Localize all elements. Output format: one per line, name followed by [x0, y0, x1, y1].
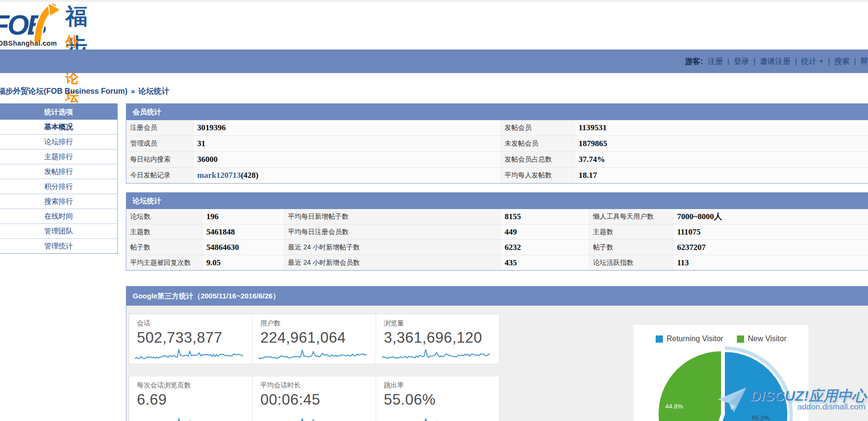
stat-label: 发帖会员占总数 — [501, 152, 575, 168]
ga-sparkline-chart — [258, 349, 367, 361]
sidebar-item-admin-stats[interactable]: 管理统计 — [0, 238, 117, 253]
main-navbar: 游客:注册|登录|邀请注册|统计▼|搜索|帮助 — [0, 50, 868, 73]
pie-label-returning: 55.2% — [752, 414, 770, 421]
nav-separator: | — [828, 57, 830, 65]
stat-label: 发帖会员 — [501, 120, 575, 136]
stat-value-text: (428) — [241, 171, 258, 180]
nav-link-register[interactable]: 注册 — [708, 57, 723, 65]
ga-sparkline-chart — [258, 418, 367, 421]
stat-value-text: 5461848 — [207, 227, 235, 236]
ga-sparkline-chart — [382, 349, 490, 361]
stat-value-text: 54864630 — [207, 243, 239, 252]
ga-metric-label: 每次会话浏览页数 — [137, 381, 245, 390]
stat-value: 3019396 — [193, 120, 501, 136]
stat-label: 最近 24 小时新增帖子数 — [284, 240, 501, 255]
stat-value-text: 6232 — [505, 243, 521, 252]
breadcrumb-current: 论坛统计 — [138, 87, 169, 95]
stats-row: 今日发帖记录mark120713(428)平均每人发帖数18.17 — [126, 168, 868, 184]
pie-label-new: 44.8% — [665, 403, 683, 410]
sidebar-item-credit-ranking[interactable]: 积分排行 — [0, 179, 117, 194]
stat-value: 7000~8000人 — [673, 209, 868, 224]
pie-legend: Returning VisitorNew Visitor — [634, 325, 808, 343]
stat-value-text: 111075 — [677, 227, 701, 236]
user-link[interactable]: mark120713 — [197, 171, 241, 180]
stats-row: 管理成员31未发帖会员1879865 — [126, 136, 868, 152]
ga-metric-card: 每次会话浏览页数6.69 — [129, 376, 253, 421]
stat-value-text: 7000~8000人 — [677, 212, 722, 221]
sidebar-item-forum-ranking[interactable]: 论坛排行 — [0, 134, 117, 149]
sidebar-item-post-ranking[interactable]: 发帖排行 — [0, 164, 117, 179]
sidebar-item-online-time[interactable]: 在线时间 — [0, 209, 117, 223]
stat-value: 113 — [673, 255, 868, 271]
member-stats-panel: 会员统计 注册会员3019396发帖会员1139531管理成员31未发帖会员18… — [126, 103, 868, 184]
stat-value: 1139531 — [575, 120, 868, 136]
nav-link-help[interactable]: 帮助 — [860, 57, 868, 65]
stat-value: 18.17 — [575, 168, 868, 184]
ga-metric-value: 6.69 — [137, 391, 245, 409]
legend-swatch — [656, 335, 663, 343]
stat-value-text: 37.74% — [579, 155, 605, 164]
stat-label: 平均主题被回复次数 — [126, 255, 202, 271]
sidebar-item-basic-overview[interactable]: 基本概况 — [0, 120, 117, 134]
stat-label: 帖子数 — [126, 240, 202, 255]
ga-metric-label: 浏览量 — [384, 319, 492, 328]
ga-metric-value: 3,361,696,120 — [384, 329, 492, 347]
sidebar-item-topic-ranking[interactable]: 主题排行 — [0, 149, 117, 164]
stat-value-text: 449 — [505, 227, 517, 236]
discuz-watermark: DISCUZ!应用中心 addon.dismall.com — [717, 386, 867, 413]
stat-value-text: 1139531 — [579, 123, 607, 132]
forum-stats-title: 论坛统计 — [126, 193, 868, 209]
watermark-domain-link[interactable]: addon.dismall.com — [797, 402, 866, 412]
stats-sidebar: 统计选项 基本概况论坛排行主题排行发帖排行积分排行搜索排行在线时间管理团队管理统… — [0, 103, 118, 254]
stat-label: 主题数 — [126, 224, 202, 240]
logo-arrow-icon — [32, 2, 62, 42]
sidebar-menu: 基本概况论坛排行主题排行发帖排行积分排行搜索排行在线时间管理团队管理统计 — [0, 120, 117, 253]
stat-value: 31 — [193, 136, 501, 152]
nav-link-stats[interactable]: 统计 — [801, 57, 817, 65]
stat-value-text: 3019396 — [197, 123, 226, 132]
ga-metric-card: 跳出率55.06% — [376, 376, 499, 421]
stat-label: 平均每人发帖数 — [501, 168, 575, 184]
caret-down-icon[interactable]: ▼ — [819, 59, 824, 64]
ga-row-2: 每次会话浏览页数6.69平均会话时长00:06:45跳出率55.06% — [129, 376, 500, 421]
stats-row: 注册会员3019396发帖会员1139531 — [126, 120, 868, 136]
sidebar-item-admin-team[interactable]: 管理团队 — [0, 223, 117, 238]
ga-metric-label: 跳出率 — [384, 381, 492, 390]
nav-link-invite-register[interactable]: 邀请注册 — [760, 57, 791, 65]
nav-link-search[interactable]: 搜索 — [834, 57, 850, 65]
forum-stats-page: FOB FOBShanghai.com 福步 外贸论坛 游客:注册|登录|邀请注… — [0, 0, 868, 421]
stat-value: 6232 — [501, 240, 589, 255]
sidebar-item-search-ranking[interactable]: 搜索排行 — [0, 194, 117, 209]
stat-value-text: 31 — [197, 139, 206, 148]
stats-row: 每日站内搜索36000发帖会员占总数37.74% — [126, 152, 868, 168]
ga-metric-label: 会话 — [137, 319, 245, 328]
stat-value: 6237207 — [673, 240, 868, 255]
stat-label: 注册会员 — [126, 120, 193, 136]
ga-sparkline-chart — [135, 349, 243, 361]
ga-metric-value: 00:06:45 — [260, 391, 369, 409]
forum-stats-panel: 论坛统计 论坛数196平均每日新增帖子数8155懒人工具每天用户数7000~80… — [126, 192, 868, 271]
nav-link-login[interactable]: 登录 — [734, 57, 749, 65]
breadcrumb-separator: » — [131, 87, 135, 95]
stat-label: 每日站内搜索 — [126, 152, 193, 168]
stat-value-text: 6237207 — [677, 243, 706, 252]
stat-label: 论坛数 — [126, 209, 202, 224]
stat-value: mark120713(428) — [193, 168, 501, 184]
stat-value-text: 36000 — [197, 155, 218, 164]
logo-domain-text: FOBShanghai.com — [0, 39, 57, 47]
ga-metric-card: 用户数224,961,064 — [253, 314, 376, 364]
nav-separator: | — [795, 57, 797, 65]
ga-metric-value: 502,733,877 — [137, 329, 245, 347]
stat-value-text: 18.17 — [579, 171, 597, 180]
stat-label: 懒人工具每天用户数 — [589, 209, 673, 224]
stat-value: 5461848 — [202, 224, 284, 240]
ga-metric-card: 浏览量3,361,696,120 — [376, 314, 499, 364]
breadcrumb-root-link[interactable]: 福步外贸论坛(FOB Business Forum) — [0, 87, 127, 95]
stats-row: 帖子数54864630最近 24 小时新增帖子数6232帖子数6237207 — [126, 240, 868, 255]
stat-value: 36000 — [193, 152, 501, 168]
stat-value: 8155 — [501, 209, 589, 224]
stat-value: 196 — [202, 209, 284, 224]
google-stats-title: Google第三方统计（2005/11/16~2016/6/26） — [126, 286, 868, 306]
stat-value-text: 113 — [677, 258, 689, 267]
nav-separator: | — [753, 57, 755, 65]
